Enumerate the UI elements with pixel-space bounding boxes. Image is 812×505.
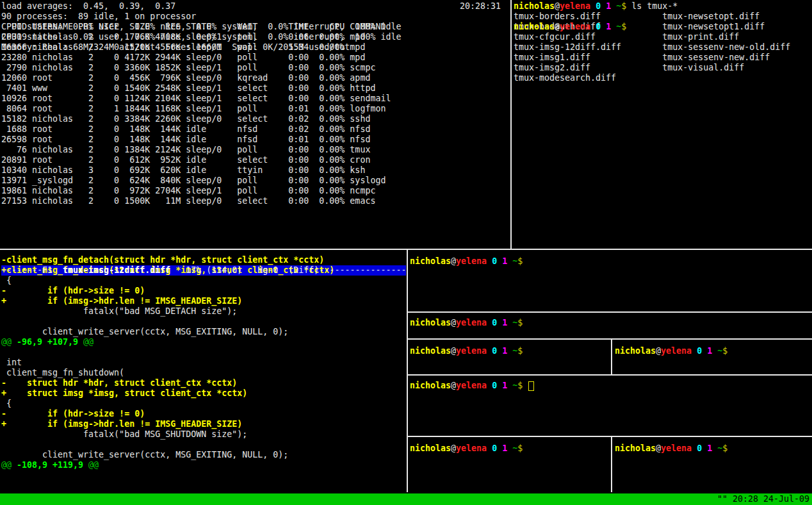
modeline-segment: tmux-imsg-12diff.diff: [63, 265, 170, 275]
process-row: 2790 nicholas 2 0 3360K 1852K sleep/1 po…: [1, 63, 510, 73]
prompt-segment: nicholas: [410, 318, 451, 327]
process-row: 1688 root 2 0 148K 144K idle nfsd 0:02 0…: [1, 124, 510, 135]
pane-border-h3[interactable]: [408, 338, 812, 340]
prompt-segment: [507, 381, 512, 390]
prompt-segment: 1: [707, 346, 712, 356]
pane-border-vertical-bottom[interactable]: [407, 250, 408, 492]
diff-line: client_write_server(cctx, MSG_EXITING, N…: [1, 450, 406, 460]
prompt-segment: 1: [502, 318, 507, 327]
prompt-segment: 0: [492, 346, 497, 356]
prompt-segment: @: [451, 346, 456, 356]
diff-line: client_msg_fn_shutdown(: [1, 368, 406, 378]
pane-border-h2[interactable]: [408, 311, 812, 313]
process-row: 15182 nicholas 2 0 3384K 2260K sleep/0 s…: [1, 114, 510, 124]
prompt-segment: ~: [512, 443, 517, 453]
prompt-segment: $: [621, 1, 631, 11]
prompt-segment: [611, 22, 616, 31]
diff-line: int: [1, 358, 406, 368]
pane-shell-5-right[interactable]: nicholas@yelena 0 1 ~$: [615, 440, 811, 491]
prompt-segment: 1: [606, 1, 611, 11]
pane-shell-1[interactable]: nicholas@yelena 0 1 ~$: [410, 254, 812, 310]
modeline-segment: 17% (134,0) Hg-0 (Diff)-----------------: [170, 265, 406, 275]
prompt-segment: $: [722, 346, 733, 356]
pane-shell-3-left[interactable]: nicholas@yelena 0 1 ~$: [410, 342, 610, 373]
prompt-segment: [702, 443, 707, 453]
shell-prompt: nicholas@yelena 0 1 ~$: [410, 318, 528, 327]
prompt-segment: @: [451, 256, 456, 266]
pane-border-v3[interactable]: [611, 340, 612, 374]
prompt-segment: 1: [502, 346, 507, 356]
pane-emacs-diff[interactable]: -client_msg_fn_detach(struct hdr *hdr, s…: [1, 255, 406, 492]
pane-border-h4[interactable]: [408, 374, 812, 376]
pane-shell-ls[interactable]: nicholas@yelena 0 1 ~$ ls tmux-* tmux-bo…: [514, 1, 811, 247]
prompt-segment: [487, 443, 492, 453]
process-row: 8064 root 2 1 1844K 1168K sleep/1 poll 0…: [1, 104, 510, 114]
file-line: tmux-cfgcur.diff tmux-print.diff: [514, 32, 811, 42]
emacs-modeline[interactable]: ----:---F1 tmux-imsg-12diff.diff 17% (13…: [1, 265, 406, 276]
process-row: 20891 root 2 0 612K 952K idle select 0:0…: [1, 155, 510, 165]
shell-prompt: nicholas@yelena 0 1 ~$: [615, 346, 733, 356]
pane-border-horizontal-main[interactable]: [0, 249, 812, 250]
pane-shell-4-active[interactable]: nicholas@yelena 0 1 ~$: [410, 378, 812, 435]
process-row: 19861 nicholas 2 0 972K 2704K sleep/1 po…: [1, 186, 510, 196]
prompt-segment: [712, 346, 717, 356]
diff-buffer: -client_msg_fn_detach(struct hdr *hdr, s…: [1, 255, 406, 265]
process-row: 10340 nicholas 3 0 692K 620K idle ttyin …: [1, 165, 510, 176]
prompt-segment: 0: [596, 1, 601, 11]
diff-line: @@ -96,9 +107,9 @@: [1, 337, 406, 347]
prompt-segment: ~: [512, 318, 517, 327]
prompt-segment: [692, 443, 697, 453]
diff-line: - struct hdr *hdr, struct client_ctx *cc…: [1, 378, 406, 388]
prompt-segment: 0: [492, 443, 497, 453]
prompt-segment: [590, 1, 596, 11]
prompt-segment: [601, 22, 606, 31]
prompt-segment: yelena: [661, 443, 692, 453]
diff-line: client_write_server(cctx, MSG_EXITING, N…: [1, 327, 406, 337]
prompt-segment: ~: [616, 1, 621, 11]
prompt-line: nicholas@yelena 0 1 ~$: [615, 440, 811, 454]
prompt-segment: [702, 346, 707, 356]
pane-shell-3-right[interactable]: nicholas@yelena 0 1 ~$: [615, 342, 811, 373]
prompt-segment: ~: [717, 443, 722, 453]
prompt-line: nicholas@yelena 0 1 ~$: [410, 378, 812, 391]
prompt-segment: [497, 256, 502, 266]
prompt-segment: nicholas: [514, 22, 555, 31]
prompt-segment: @: [656, 346, 661, 356]
process-row: 7401 www 2 0 1540K 2548K sleep/1 select …: [1, 83, 510, 94]
file-line: tmux-modesearch.diff: [514, 73, 811, 83]
prompt-segment: [692, 346, 697, 356]
prompt-segment: 0: [697, 346, 702, 356]
pane-shell-2[interactable]: nicholas@yelena 0 1 ~$: [410, 315, 812, 337]
diff-line: + if (imsg->hdr.len != IMSG_HEADER_SIZE): [1, 419, 406, 429]
prompt-segment: [590, 22, 596, 31]
prompt-segment: [601, 1, 606, 11]
prompt-segment: 1: [502, 381, 507, 390]
diff-hunk-segment: -108,9 +119,9: [17, 460, 83, 470]
pane-border-vertical-top[interactable]: [510, 0, 512, 249]
prompt-segment: [611, 1, 616, 11]
prompt-segment: ~: [717, 346, 722, 356]
shell-prompt: nicholas@yelena 0 1 ~$: [410, 381, 528, 390]
prompt-line: nicholas@yelena 0 1 ~$: [410, 342, 610, 356]
prompt-segment: [487, 256, 492, 266]
prompt-segment: [507, 256, 512, 266]
prompt-segment: 0: [596, 22, 601, 31]
prompt-segment: ~: [512, 381, 517, 390]
top-clock: 20:28:31: [460, 1, 501, 11]
pane-border-v4[interactable]: [611, 437, 612, 492]
pane-border-h5[interactable]: [408, 436, 812, 437]
pane-top-command[interactable]: 20:28:31 load averages: 0.45, 0.39, 0.37…: [1, 1, 510, 247]
command-text: ls tmux-*: [631, 1, 678, 11]
pane-shell-5-left[interactable]: nicholas@yelena 0 1 ~$: [410, 440, 610, 491]
status-clock-date: "" 20:28 24-Jul-09: [717, 493, 809, 505]
emacs-minibuffer[interactable]: [1, 276, 406, 286]
diff-line: @@ -108,9 +119,9 @@: [1, 460, 406, 470]
file-line: tmux-borders.diff tmux-newsetopt.diff: [514, 12, 811, 22]
tmux-terminal: 20:28:31 load averages: 0.45, 0.39, 0.37…: [0, 0, 812, 505]
prompt-segment: 1: [502, 256, 507, 266]
shell-prompt: nicholas@yelena 0 1 ~$: [410, 256, 528, 266]
file-line: tmux-imsg-12diff.diff tmux-sessenv-new-o…: [514, 42, 811, 53]
prompt-segment: ~: [512, 256, 517, 266]
diff-line: [1, 317, 406, 327]
prompt-segment: [507, 346, 512, 356]
